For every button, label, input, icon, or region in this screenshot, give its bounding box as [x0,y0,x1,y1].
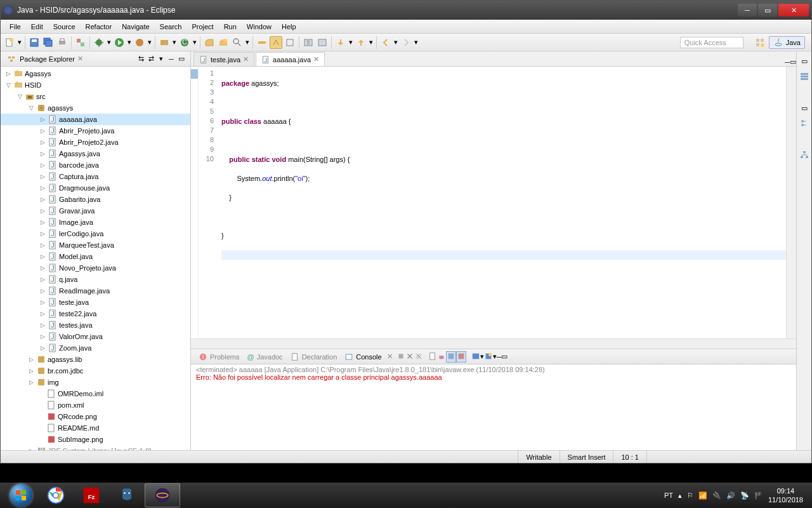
show-console-err-icon[interactable] [456,351,466,363]
restore-view-icon[interactable]: ▭ [799,55,810,67]
nav-icon[interactable] [316,36,329,49]
javadoc-tab[interactable]: @Javadoc [243,352,286,362]
action-center-icon[interactable]: 🏴 [754,491,763,500]
new-class-icon[interactable]: C [178,36,191,49]
forward-icon[interactable] [400,36,412,49]
hierarchy-icon[interactable] [799,149,810,161]
tree-java-file[interactable]: ▷Jteste.java [1,297,190,308]
open-type-icon[interactable] [203,36,216,49]
taskbar-eclipse[interactable] [145,483,180,507]
maximize-view-icon[interactable]: ▭ [176,54,187,64]
quick-access-input[interactable]: Quick Access [680,37,743,48]
tree-java-file[interactable]: ▷JValorOmr.java [1,331,190,342]
tree-file[interactable]: QRcode.png [1,411,190,422]
nav-icon[interactable] [302,36,315,49]
restore-view-icon[interactable]: ▭ [799,102,810,114]
dropdown-icon[interactable]: ▾ [172,38,177,46]
toggle-breakpoint-icon[interactable] [256,36,268,49]
new-package-icon[interactable] [158,36,171,49]
remove-all-icon[interactable] [414,352,423,362]
terminate-icon[interactable] [396,352,405,362]
save-all-icon[interactable] [42,36,55,49]
next-annotation-icon[interactable] [334,36,347,49]
minimize-button[interactable]: ─ [738,4,757,17]
wifi-icon[interactable]: 📡 [740,491,749,500]
debug-icon[interactable] [93,36,105,49]
package-explorer-tab[interactable]: Package Explorer ✕ [4,53,86,65]
dropdown-icon[interactable]: ▾ [107,38,112,46]
horizontal-scrollbar[interactable] [191,338,796,349]
declaration-tab[interactable]: Declaration [287,351,341,363]
run-icon[interactable] [113,36,126,49]
menu-navigate[interactable]: Navigate [117,22,154,32]
code-content[interactable]: package agassys; public class aaaaaa { p… [218,67,796,338]
tree-java-file[interactable]: ▷JGravar.java [1,205,190,217]
dropdown-icon[interactable]: ▾ [348,38,353,46]
taskbar-chrome[interactable] [38,483,74,507]
menu-edit[interactable]: Edit [26,22,48,32]
menu-help[interactable]: Help [277,22,301,32]
close-button[interactable]: ✕ [778,4,809,17]
tree-java-file[interactable]: ▷JNovo_Projeto.java [1,262,190,274]
close-tab-icon[interactable]: ✕ [313,55,319,64]
menu-run[interactable]: Run [219,22,242,32]
tree-file[interactable]: OMRDemo.iml [1,388,190,399]
battery-icon[interactable]: 🔌 [712,491,721,500]
run-last-icon[interactable] [133,36,146,49]
tree-java-file[interactable]: ▷JAgassys.java [1,148,190,159]
taskbar-clock[interactable]: 09:14 11/10/2018 [768,486,803,504]
maximize-console-icon[interactable]: ▭ [501,352,508,361]
dropdown-icon[interactable]: ▾ [192,38,197,46]
print-icon[interactable] [56,36,69,49]
tree-java-file[interactable]: ▷JAbrir_Projeto.java [1,125,190,137]
tray-arrow-icon[interactable]: ▴ [678,491,682,500]
tree-java-file[interactable]: ▷JImage.java [1,217,190,228]
dropdown-icon[interactable]: ▾ [127,38,132,46]
collapse-all-icon[interactable]: ⇆ [136,54,146,64]
editor-tab[interactable]: Jteste.java✕ [193,52,254,66]
taskbar-postgres[interactable] [109,483,145,507]
dropdown-icon[interactable]: ▾ [147,38,152,46]
dropdown-icon[interactable]: ▾ [17,38,22,46]
tree-java-file[interactable]: ▷Jteste22.java [1,308,190,319]
tree-package[interactable]: ▷img [1,377,190,388]
menu-search[interactable]: Search [155,22,187,32]
tree-java-file[interactable]: ▷Jq.java [1,274,190,285]
tree-java-file[interactable]: ▷JAbrir_Projeto2.java [1,137,190,148]
minimize-editor-icon[interactable]: ─ [785,58,790,66]
link-editor-icon[interactable]: ⇄ [146,54,156,64]
open-console-icon[interactable] [484,352,493,362]
tree-java-file[interactable]: ▷JZoom.java [1,342,190,354]
menu-window[interactable]: Window [242,22,277,32]
show-console-icon[interactable] [446,351,456,363]
menu-source[interactable]: Source [48,22,81,32]
tree-java-file[interactable]: ▷JReadImage.java [1,285,190,297]
problems-tab[interactable]: !Problems [195,351,243,363]
sound-icon[interactable]: 🔊 [726,491,735,500]
menu-project[interactable]: Project [187,22,218,32]
tree-java-file[interactable]: ▷JGabarito.java [1,194,190,205]
open-perspective-icon[interactable] [754,36,766,49]
tree-java-file[interactable]: ▷JlerCodigo.java [1,228,190,239]
tree-java-file[interactable]: ▷JCaptura.java [1,171,190,182]
tree-file[interactable]: pom.xml [1,399,190,411]
tree-src-folder[interactable]: ▽src [1,91,190,102]
outline-icon[interactable] [799,117,810,129]
dropdown-icon[interactable]: ▾ [245,38,250,46]
maximize-button[interactable]: ▭ [758,4,777,17]
dropdown-icon[interactable]: ▾ [393,38,398,46]
tray-icon[interactable]: ⚐ [687,491,693,500]
menu-refactor[interactable]: Refactor [81,22,117,32]
dropdown-icon[interactable]: ▾ [369,38,374,46]
pin-icon[interactable] [284,36,296,49]
back-icon[interactable] [379,36,392,49]
tree-java-file[interactable]: ▷JMarqueeTest.java [1,239,190,251]
close-tab-icon[interactable]: ✕ [243,55,249,64]
tree-project[interactable]: ▽HSID [1,79,190,91]
tree-file[interactable]: SubImage.png [1,434,190,445]
console-output[interactable]: <terminated> aaaaaa [Java Application] C… [191,364,796,450]
clear-console-icon[interactable] [428,352,437,362]
build-icon[interactable] [74,36,87,49]
save-icon[interactable] [28,36,41,49]
tree-file[interactable]: README.md [1,422,190,434]
